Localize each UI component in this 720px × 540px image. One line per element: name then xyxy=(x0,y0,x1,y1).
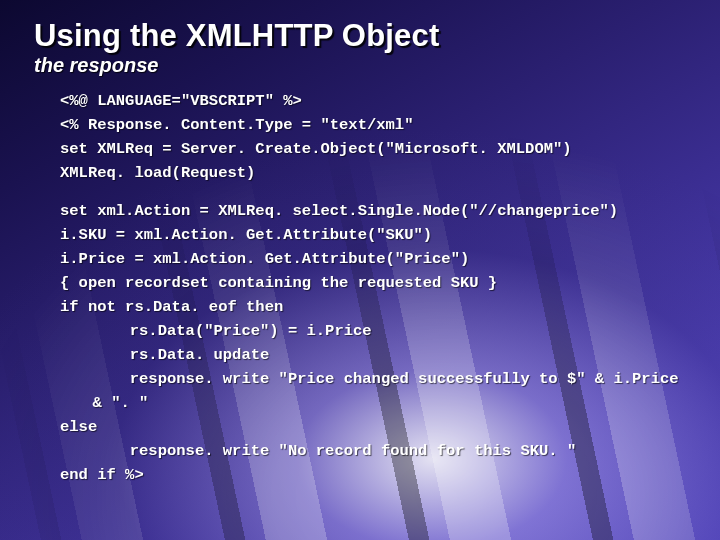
code-line: response. write "No record found for thi… xyxy=(60,439,576,463)
code-line: if not rs.Data. eof then xyxy=(60,298,283,316)
code-line: i.Price = xml.Action. Get.Attribute("Pri… xyxy=(60,250,469,268)
code-line: response. write "Price changed successfu… xyxy=(60,367,690,415)
code-line: set xml.Action = XMLReq. select.Single.N… xyxy=(60,202,618,220)
slide-subtitle: the response xyxy=(34,54,690,77)
code-line: i.SKU = xml.Action. Get.Attribute("SKU") xyxy=(60,226,432,244)
code-line: else xyxy=(60,418,97,436)
slide-title: Using the XMLHTTP Object xyxy=(34,18,690,54)
code-line: { open recordset containing the requeste… xyxy=(60,274,497,292)
code-line: set XMLReq = Server. Create.Object("Micr… xyxy=(60,140,572,158)
code-line: rs.Data("Price") = i.Price xyxy=(60,319,372,343)
code-line: end if %> xyxy=(60,466,144,484)
code-block-1: <%@ LANGUAGE="VBSCRIPT" %> <% Response. … xyxy=(34,89,690,185)
code-line: <% Response. Content.Type = "text/xml" xyxy=(60,116,413,134)
code-line: rs.Data. update xyxy=(60,343,269,367)
code-line: XMLReq. load(Request) xyxy=(60,164,255,182)
code-block-2: set xml.Action = XMLReq. select.Single.N… xyxy=(34,199,690,487)
code-line: <%@ LANGUAGE="VBSCRIPT" %> xyxy=(60,92,302,110)
